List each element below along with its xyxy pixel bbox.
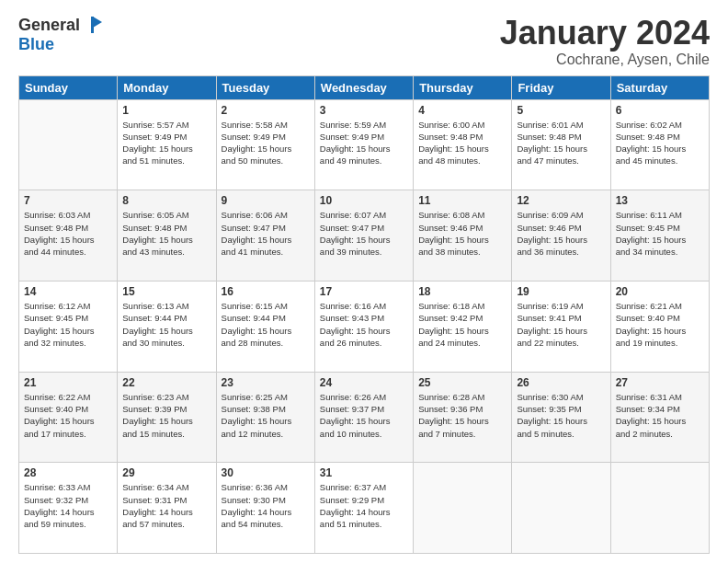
calendar-day-cell — [414, 463, 512, 554]
day-info: Sunrise: 6:03 AM Sunset: 9:48 PM Dayligh… — [24, 209, 112, 258]
day-info: Sunrise: 6:37 AM Sunset: 9:29 PM Dayligh… — [320, 481, 408, 530]
day-number: 21 — [24, 376, 112, 389]
calendar-day-header: Wednesday — [314, 75, 413, 99]
calendar-day-cell: 27Sunrise: 6:31 AM Sunset: 9:34 PM Dayli… — [610, 372, 709, 463]
day-info: Sunrise: 6:08 AM Sunset: 9:46 PM Dayligh… — [418, 209, 506, 258]
day-info: Sunrise: 6:28 AM Sunset: 9:36 PM Dayligh… — [418, 391, 506, 440]
calendar-day-cell: 29Sunrise: 6:34 AM Sunset: 9:31 PM Dayli… — [118, 463, 216, 554]
calendar-day-cell: 25Sunrise: 6:28 AM Sunset: 9:36 PM Dayli… — [414, 372, 512, 463]
location: Cochrane, Aysen, Chile — [500, 52, 710, 68]
calendar-day-cell: 1Sunrise: 5:57 AM Sunset: 9:49 PM Daylig… — [118, 99, 216, 190]
calendar-day-cell: 3Sunrise: 5:59 AM Sunset: 9:49 PM Daylig… — [314, 99, 413, 190]
day-number: 6 — [616, 104, 704, 117]
calendar-day-cell: 31Sunrise: 6:37 AM Sunset: 9:29 PM Dayli… — [314, 463, 413, 554]
svg-marker-0 — [93, 17, 102, 28]
day-info: Sunrise: 6:02 AM Sunset: 9:48 PM Dayligh… — [616, 119, 704, 167]
calendar-day-cell: 30Sunrise: 6:36 AM Sunset: 9:30 PM Dayli… — [216, 463, 314, 554]
day-info: Sunrise: 5:57 AM Sunset: 9:49 PM Dayligh… — [122, 119, 210, 167]
day-info: Sunrise: 6:05 AM Sunset: 9:48 PM Dayligh… — [122, 209, 210, 258]
logo-blue-text: Blue — [18, 35, 54, 54]
calendar-day-cell: 4Sunrise: 6:00 AM Sunset: 9:48 PM Daylig… — [414, 99, 512, 190]
calendar-day-cell: 7Sunrise: 6:03 AM Sunset: 9:48 PM Daylig… — [19, 190, 118, 282]
day-number: 12 — [517, 194, 605, 207]
day-info: Sunrise: 6:11 AM Sunset: 9:45 PM Dayligh… — [616, 209, 704, 258]
day-number: 14 — [24, 285, 112, 298]
day-info: Sunrise: 6:31 AM Sunset: 9:34 PM Dayligh… — [616, 391, 704, 440]
calendar-day-cell: 12Sunrise: 6:09 AM Sunset: 9:46 PM Dayli… — [512, 190, 610, 282]
calendar-day-cell: 26Sunrise: 6:30 AM Sunset: 9:35 PM Dayli… — [512, 372, 610, 463]
day-number: 10 — [320, 194, 408, 207]
calendar-day-cell: 20Sunrise: 6:21 AM Sunset: 9:40 PM Dayli… — [610, 281, 709, 372]
calendar-week-row: 1Sunrise: 5:57 AM Sunset: 9:49 PM Daylig… — [19, 99, 710, 190]
day-info: Sunrise: 5:59 AM Sunset: 9:49 PM Dayligh… — [320, 119, 408, 167]
day-number: 28 — [24, 466, 112, 479]
day-number: 26 — [517, 376, 605, 389]
day-info: Sunrise: 6:07 AM Sunset: 9:47 PM Dayligh… — [320, 209, 408, 258]
svg-rect-1 — [91, 17, 94, 33]
calendar-day-cell: 21Sunrise: 6:22 AM Sunset: 9:40 PM Dayli… — [19, 372, 118, 463]
calendar-week-row: 21Sunrise: 6:22 AM Sunset: 9:40 PM Dayli… — [19, 372, 710, 463]
day-info: Sunrise: 6:09 AM Sunset: 9:46 PM Dayligh… — [517, 209, 605, 258]
day-number: 29 — [122, 466, 210, 479]
day-number: 1 — [122, 104, 210, 117]
calendar-day-cell: 13Sunrise: 6:11 AM Sunset: 9:45 PM Dayli… — [610, 190, 709, 282]
day-info: Sunrise: 6:13 AM Sunset: 9:44 PM Dayligh… — [122, 300, 210, 349]
day-number: 27 — [616, 376, 704, 389]
day-number: 11 — [418, 194, 506, 207]
day-info: Sunrise: 6:33 AM Sunset: 9:32 PM Dayligh… — [24, 481, 112, 530]
calendar-day-header: Monday — [118, 75, 216, 99]
day-number: 4 — [418, 104, 506, 117]
calendar-header-row: SundayMondayTuesdayWednesdayThursdayFrid… — [19, 75, 710, 99]
day-info: Sunrise: 6:00 AM Sunset: 9:48 PM Dayligh… — [418, 119, 506, 167]
day-number: 20 — [616, 285, 704, 298]
header: General Blue January 2024 Cochrane, Ayse… — [18, 15, 710, 68]
day-number: 15 — [122, 285, 210, 298]
day-info: Sunrise: 6:22 AM Sunset: 9:40 PM Dayligh… — [24, 391, 112, 440]
day-info: Sunrise: 6:30 AM Sunset: 9:35 PM Dayligh… — [517, 391, 605, 440]
day-number: 16 — [222, 285, 310, 298]
calendar-day-cell: 17Sunrise: 6:16 AM Sunset: 9:43 PM Dayli… — [314, 281, 413, 372]
calendar-day-cell: 8Sunrise: 6:05 AM Sunset: 9:48 PM Daylig… — [118, 190, 216, 282]
calendar-table: SundayMondayTuesdayWednesdayThursdayFrid… — [18, 75, 710, 554]
calendar-day-cell: 10Sunrise: 6:07 AM Sunset: 9:47 PM Dayli… — [314, 190, 413, 282]
logo: General Blue — [18, 15, 102, 54]
calendar-day-cell: 15Sunrise: 6:13 AM Sunset: 9:44 PM Dayli… — [118, 281, 216, 372]
day-info: Sunrise: 6:34 AM Sunset: 9:31 PM Dayligh… — [122, 481, 210, 530]
day-info: Sunrise: 6:36 AM Sunset: 9:30 PM Dayligh… — [222, 481, 310, 530]
day-info: Sunrise: 6:25 AM Sunset: 9:38 PM Dayligh… — [222, 391, 310, 440]
day-info: Sunrise: 6:15 AM Sunset: 9:44 PM Dayligh… — [222, 300, 310, 349]
day-number: 2 — [222, 104, 310, 117]
day-number: 19 — [517, 285, 605, 298]
calendar-day-cell: 23Sunrise: 6:25 AM Sunset: 9:38 PM Dayli… — [216, 372, 314, 463]
calendar-day-cell: 6Sunrise: 6:02 AM Sunset: 9:48 PM Daylig… — [610, 99, 709, 190]
calendar-week-row: 7Sunrise: 6:03 AM Sunset: 9:48 PM Daylig… — [19, 190, 710, 282]
day-info: Sunrise: 6:23 AM Sunset: 9:39 PM Dayligh… — [122, 391, 210, 440]
logo-general-text: General — [18, 16, 80, 35]
month-title: January 2024 — [500, 15, 710, 52]
day-info: Sunrise: 6:16 AM Sunset: 9:43 PM Dayligh… — [320, 300, 408, 349]
calendar-day-cell: 2Sunrise: 5:58 AM Sunset: 9:49 PM Daylig… — [216, 99, 314, 190]
day-number: 9 — [222, 194, 310, 207]
calendar-day-cell — [512, 463, 610, 554]
calendar-day-cell: 18Sunrise: 6:18 AM Sunset: 9:42 PM Dayli… — [414, 281, 512, 372]
calendar-day-header: Sunday — [19, 75, 118, 99]
day-number: 3 — [320, 104, 408, 117]
day-info: Sunrise: 5:58 AM Sunset: 9:49 PM Dayligh… — [222, 119, 310, 167]
calendar-day-header: Saturday — [610, 75, 709, 99]
calendar-week-row: 14Sunrise: 6:12 AM Sunset: 9:45 PM Dayli… — [19, 281, 710, 372]
calendar-day-cell: 11Sunrise: 6:08 AM Sunset: 9:46 PM Dayli… — [414, 190, 512, 282]
logo-flag-icon — [82, 15, 102, 35]
day-number: 30 — [222, 466, 310, 479]
calendar-day-header: Tuesday — [216, 75, 314, 99]
day-info: Sunrise: 6:18 AM Sunset: 9:42 PM Dayligh… — [418, 300, 506, 349]
day-info: Sunrise: 6:06 AM Sunset: 9:47 PM Dayligh… — [222, 209, 310, 258]
calendar-day-cell: 24Sunrise: 6:26 AM Sunset: 9:37 PM Dayli… — [314, 372, 413, 463]
calendar-day-cell: 19Sunrise: 6:19 AM Sunset: 9:41 PM Dayli… — [512, 281, 610, 372]
day-number: 17 — [320, 285, 408, 298]
day-number: 22 — [122, 376, 210, 389]
day-number: 25 — [418, 376, 506, 389]
calendar-day-header: Friday — [512, 75, 610, 99]
day-info: Sunrise: 6:26 AM Sunset: 9:37 PM Dayligh… — [320, 391, 408, 440]
day-number: 23 — [222, 376, 310, 389]
day-number: 24 — [320, 376, 408, 389]
